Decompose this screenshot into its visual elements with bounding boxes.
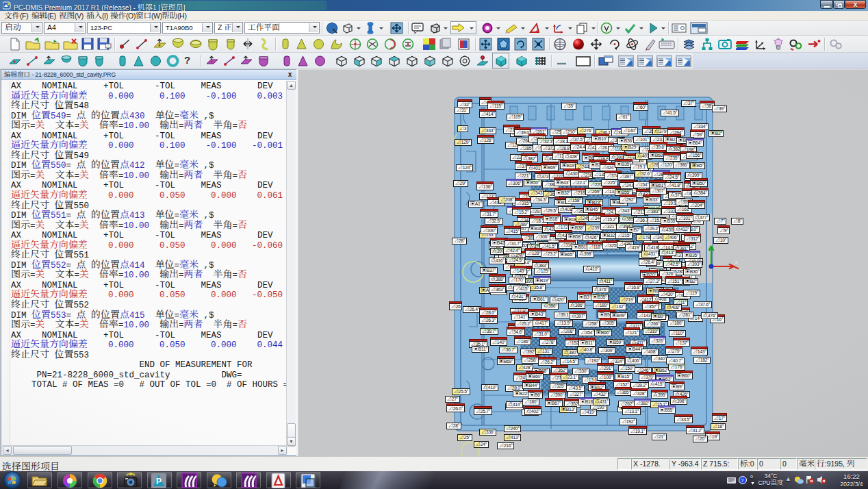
svg-text:x: x: [735, 260, 738, 264]
svg-text:P: P: [156, 477, 162, 486]
svg-text:y: y: [707, 240, 710, 246]
svg-text:?: ?: [741, 477, 744, 484]
